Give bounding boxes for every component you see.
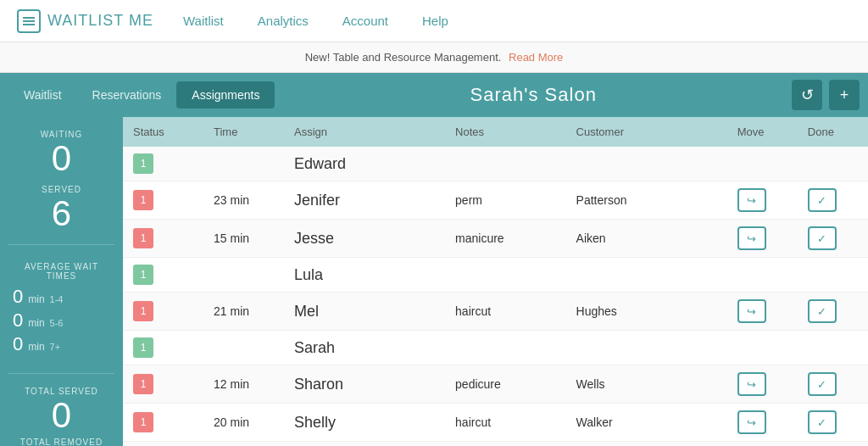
total-served-label: TOTAL SERVED xyxy=(8,387,114,396)
move-cell xyxy=(727,331,798,365)
done-button[interactable]: ✓ xyxy=(808,410,837,434)
customer-cell: Ingles xyxy=(566,442,727,447)
customer-cell: Walker xyxy=(566,404,727,442)
done-cell: ✓ xyxy=(798,365,868,404)
done-button[interactable]: ✓ xyxy=(808,299,837,323)
banner-text: New! Table and Resource Management. xyxy=(305,51,502,64)
customer-cell xyxy=(566,331,727,365)
col-header-notes: Notes xyxy=(445,117,566,147)
move-button[interactable]: ↪ xyxy=(737,372,766,396)
status-badge: 1 xyxy=(133,265,153,285)
time-cell: 15 min xyxy=(203,220,284,258)
assign-name: Jesse xyxy=(294,230,334,247)
assign-cell: Jenifer xyxy=(284,181,445,220)
status-badge: 1 xyxy=(133,153,153,174)
time-cell: 23 min xyxy=(203,181,284,220)
move-cell: ↪ xyxy=(727,293,798,331)
table-row: 1 23 min Jenifer perm Patterson ↪ ✓ xyxy=(123,181,868,220)
assign-cell: Lula xyxy=(284,258,445,293)
avg-row-5-6: 0 min 5-6 xyxy=(8,309,114,332)
time-cell xyxy=(203,258,284,293)
status-cell: 1 xyxy=(123,404,203,442)
table-row: 1 Edward xyxy=(123,147,868,181)
move-cell: ↪ xyxy=(727,220,798,258)
move-button[interactable]: ↪ xyxy=(737,226,766,250)
top-navigation: WAITLIST ME Waitlist Analytics Account H… xyxy=(0,0,868,42)
assign-name: Sarah xyxy=(294,339,335,356)
customer-cell xyxy=(566,147,727,181)
notes-cell: haircut xyxy=(445,293,566,331)
move-button[interactable]: ↪ xyxy=(737,299,766,323)
tab-waitlist[interactable]: Waitlist xyxy=(8,81,77,109)
nav-analytics[interactable]: Analytics xyxy=(253,1,313,41)
assign-cell: Steve xyxy=(284,442,445,447)
assign-cell: Sarah xyxy=(284,331,445,365)
table-row: 1 15 min Jesse manicure Aiken ↪ ✓ xyxy=(123,220,868,258)
customer-cell: Aiken xyxy=(566,220,727,258)
status-cell: 1 xyxy=(123,365,203,404)
tab-assignments[interactable]: Assignments xyxy=(176,81,275,109)
notes-cell: perm xyxy=(445,181,566,220)
nav-waitlist[interactable]: Waitlist xyxy=(179,1,228,41)
served-section: SERVED 6 xyxy=(8,185,114,231)
checkmark-icon: ✓ xyxy=(817,378,826,391)
done-cell: ✓ xyxy=(798,220,868,258)
checkmark-icon: ✓ xyxy=(817,416,826,429)
sidebar-divider-1 xyxy=(8,244,114,245)
table-row: 1 21 min Mel haircut Hughes ↪ ✓ xyxy=(123,293,868,331)
move-icon: ↪ xyxy=(747,305,756,318)
assign-name: Edward xyxy=(294,155,346,172)
notes-cell: haircut xyxy=(445,404,566,442)
history-button[interactable]: ↺ xyxy=(792,80,822,110)
announcement-banner: New! Table and Resource Management. Read… xyxy=(0,42,868,73)
tab-reservations[interactable]: Reservations xyxy=(77,81,177,109)
notes-cell xyxy=(445,147,566,181)
assign-name: Sharon xyxy=(294,376,343,393)
move-cell: ↪ xyxy=(727,181,798,220)
assignments-table: Status Time Assign Notes Customer Move D… xyxy=(123,117,868,446)
total-served-value: 0 xyxy=(8,398,114,433)
add-button[interactable]: + xyxy=(829,80,860,110)
waiting-value: 0 xyxy=(8,141,114,176)
assign-name: Jenifer xyxy=(294,192,340,209)
customer-cell: Wells xyxy=(566,365,727,404)
waiting-section: WAITING 0 xyxy=(8,130,114,176)
move-button[interactable]: ↪ xyxy=(737,188,766,212)
move-button[interactable]: ↪ xyxy=(737,410,766,434)
avg-row-1-4: 0 min 1-4 xyxy=(8,285,114,309)
done-button[interactable]: ✓ xyxy=(808,188,837,212)
avg-wait-label: AVERAGE WAIT TIMES xyxy=(8,262,114,281)
move-cell xyxy=(727,147,798,181)
done-button[interactable]: ✓ xyxy=(808,372,837,396)
done-button[interactable]: ✓ xyxy=(808,226,837,250)
table-header-row: Status Time Assign Notes Customer Move D… xyxy=(123,117,868,147)
avg-row-7plus: 0 min 7+ xyxy=(8,332,114,356)
assign-name: Shelly xyxy=(294,414,336,431)
svg-rect-1 xyxy=(23,20,35,22)
done-cell xyxy=(798,258,868,293)
svg-rect-2 xyxy=(23,24,35,25)
notes-cell: manicure xyxy=(445,220,566,258)
col-header-customer: Customer xyxy=(566,117,727,147)
status-badge: 1 xyxy=(133,337,153,358)
nav-help[interactable]: Help xyxy=(418,1,453,41)
status-cell: 1 xyxy=(123,331,203,365)
table-row: 1 12 min Sharon pedicure Wells ↪ ✓ xyxy=(123,365,868,404)
nav-account[interactable]: Account xyxy=(338,1,392,41)
checkmark-icon: ✓ xyxy=(817,232,826,245)
avg-range-1-4: 1-4 xyxy=(50,294,64,304)
done-cell: ✓ xyxy=(798,181,868,220)
logo-icon xyxy=(17,9,41,33)
time-cell: 21 min xyxy=(203,293,284,331)
waiting-label: WAITING xyxy=(8,130,114,139)
time-cell xyxy=(203,147,284,181)
history-icon: ↺ xyxy=(801,86,814,104)
banner-read-more-link[interactable]: Read More xyxy=(509,51,563,64)
time-cell: 12 min xyxy=(203,365,284,404)
logo-text: WAITLIST ME xyxy=(47,12,153,30)
salon-title: Sarah's Salon xyxy=(275,84,792,106)
assignments-table-area: Status Time Assign Notes Customer Move D… xyxy=(123,117,868,446)
table-row: 1 6 min Steve haircut Ingles ↪ ✓ xyxy=(123,442,868,447)
assign-cell: Shelly xyxy=(284,404,445,442)
avg-val-5-6: 0 xyxy=(13,309,23,332)
